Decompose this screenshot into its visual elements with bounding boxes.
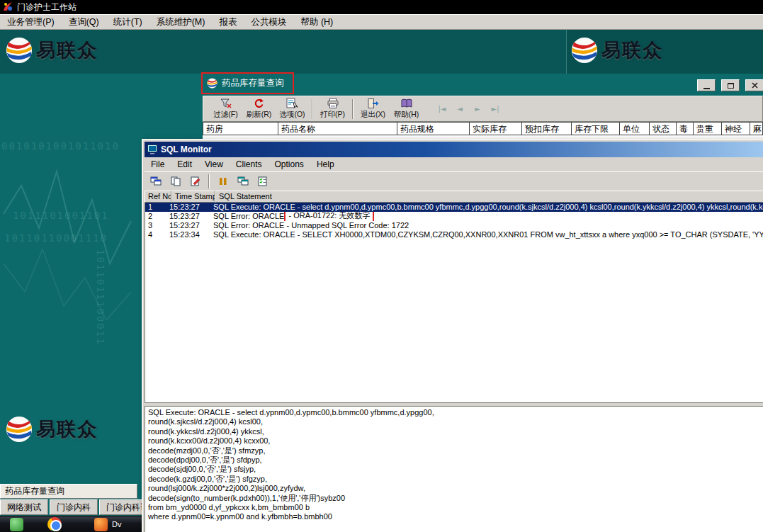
col-reserved-stock[interactable]: 预扣库存	[522, 122, 572, 135]
detail-line: decode(sjdj00,0,'否','是') sfsjyp,	[148, 465, 762, 474]
pause-button[interactable]	[214, 174, 232, 189]
exit-label: 退出(X)	[361, 110, 385, 120]
col-drug-name[interactable]: 药品名称	[278, 122, 397, 135]
minimize-icon	[703, 88, 710, 89]
options-button[interactable]: 选项(O)	[276, 97, 309, 120]
drug-grid-header: 药房 药品名称 药品规格 实际库存 预扣库存 库存下限 单位 状态 毒 贵重 神…	[203, 122, 763, 135]
menu-help[interactable]: Help	[310, 158, 341, 171]
copy-icon	[170, 176, 181, 186]
row-ref: 4	[145, 230, 169, 239]
print-label: 打印(P)	[320, 110, 345, 120]
col-precious[interactable]: 贵重	[694, 122, 722, 135]
row-time: 15:23:34	[169, 230, 213, 239]
col-toxic[interactable]: 毒	[677, 122, 694, 135]
active-window-tab[interactable]: 药品库存量查询	[0, 484, 137, 499]
minimize-button[interactable]	[697, 79, 716, 91]
sql-detail-pane[interactable]: SQL Execute: ORACLE - select d.ypnm00,d.…	[145, 406, 763, 532]
sql-monitor-title-bar[interactable]: SQL Monitor	[145, 142, 763, 157]
filter-button[interactable]: 过滤(F)	[209, 97, 242, 120]
sql-row[interactable]: 4 15:23:34 SQL Execute: ORACLE - SELECT …	[145, 230, 763, 239]
chrome-icon[interactable]	[47, 517, 62, 531]
print-button[interactable]: 打印(P)	[316, 97, 349, 120]
nav-prev-button[interactable]: ◄	[452, 102, 468, 116]
orange-app-icon[interactable]	[94, 518, 108, 531]
attach-client-button[interactable]	[147, 174, 164, 189]
menu-file[interactable]: File	[145, 158, 171, 171]
row-ref: 3	[145, 221, 169, 230]
annotation-box-drug-window-title: 药品库存量查询	[201, 72, 294, 94]
edit-pencil-icon	[190, 176, 201, 186]
options-label: 选项(O)	[279, 110, 305, 120]
col-unit[interactable]: 单位	[620, 122, 650, 135]
tab-internal-medicine[interactable]: 门诊内科	[50, 499, 98, 515]
detail-line: round(k.sjkcsl/d.z2j000,4) kcsl00,	[148, 417, 762, 426]
sql-monitor-menu: File Edit View Clients Options Help	[145, 157, 763, 171]
exit-button[interactable]: 退出(X)	[356, 97, 390, 120]
detail-line: decode(mzdj00,0,'否','是') sfmzyp,	[148, 446, 762, 455]
menu-query[interactable]: 查询(Q)	[62, 14, 106, 30]
menu-report[interactable]: 报表	[212, 14, 244, 30]
detail-line: decode(k.gzdj00,0,'否','是') sfgzyp,	[148, 475, 762, 484]
sql-row-error[interactable]: 2 15:23:27 SQL Error: ORACLE - ORA-01722…	[145, 212, 763, 221]
col-actual-stock[interactable]: 实际库存	[470, 122, 522, 135]
col-time-stamp[interactable]: Time Stamp	[171, 191, 215, 203]
nav-next-button[interactable]: ►	[470, 102, 485, 116]
menu-clients[interactable]: Clients	[230, 158, 269, 171]
col-pharmacy[interactable]: 药房	[203, 122, 278, 135]
toolbar-separator	[352, 99, 354, 119]
col-psychotropic[interactable]: 神经	[722, 122, 750, 135]
menu-maintenance[interactable]: 系统维护(M)	[149, 14, 213, 30]
nav-last-button[interactable]: ►|	[487, 102, 503, 116]
tab-network-test[interactable]: 网络测试	[0, 499, 48, 515]
os-title-bar: 门诊护士工作站	[0, 0, 763, 14]
col-sql-statement[interactable]: SQL Statement	[215, 191, 763, 203]
cascade-windows-button[interactable]	[234, 174, 251, 189]
drug-window-icon	[207, 78, 217, 89]
refresh-label: 刷新(R)	[247, 110, 272, 120]
menu-edit[interactable]: Edit	[171, 158, 198, 171]
checklist-button[interactable]	[254, 174, 271, 189]
maximize-button[interactable]	[721, 79, 740, 91]
row-time: 15:23:27	[169, 221, 213, 230]
col-ref-no[interactable]: Ref No.	[145, 191, 171, 203]
col-narcotic[interactable]: 麻	[750, 122, 763, 135]
sql-row-selected[interactable]: 1 15:23:27 SQL Execute: ORACLE - select …	[145, 203, 763, 212]
menu-help[interactable]: 帮助 (H)	[293, 14, 340, 30]
sql-monitor-title: SQL Monitor	[161, 145, 212, 154]
menu-view[interactable]: View	[198, 158, 230, 171]
menu-statistics[interactable]: 统计(T)	[106, 14, 149, 30]
sql-monitor-window: SQL Monitor File Edit View Clients Optio…	[142, 139, 763, 532]
green-app-icon[interactable]	[10, 518, 23, 531]
brand-sphere-icon	[6, 37, 33, 64]
window-title: 门诊护士工作站	[17, 1, 77, 13]
brand-name: 易联众	[36, 417, 98, 442]
drug-window-title: 药品库存量查询	[222, 77, 284, 89]
menu-business[interactable]: 业务管理(P)	[0, 14, 62, 30]
detail-line: round(k.ykkcsl/d.z2j000,4) ykkcsl,	[148, 427, 762, 436]
refresh-button[interactable]: 刷新(R)	[242, 97, 276, 120]
brand-sphere-icon	[6, 416, 33, 443]
detail-line: round(k.kcxx00/d.z2j000,4) kcxx00,	[148, 436, 762, 446]
menu-public[interactable]: 公共模块	[244, 14, 293, 30]
menu-options[interactable]: Options	[269, 158, 310, 171]
cascade-icon	[237, 176, 249, 186]
col-stock-floor[interactable]: 库存下限	[572, 122, 620, 135]
row-statement: SQL Execute: ORACLE - select d.ypnm00,d.…	[213, 203, 763, 212]
detail-line: round(lsj000/k.z2j000*z2j000,2)lsj000,zy…	[148, 484, 762, 493]
copy-button[interactable]	[166, 174, 184, 189]
edit-button[interactable]	[186, 174, 204, 189]
sql-monitor-toolbar	[145, 171, 763, 191]
taskbar-item-label[interactable]: Dv	[112, 520, 121, 528]
bg-chart-lines	[0, 79, 142, 377]
sql-row[interactable]: 3 15:23:27 SQL Error: ORACLE - Unmapped …	[145, 221, 763, 230]
row-ref: 1	[145, 203, 169, 212]
help-button[interactable]: 帮助(H)	[390, 97, 423, 120]
exit-icon	[367, 98, 380, 109]
row-time: 15:23:27	[169, 212, 213, 221]
close-button[interactable]	[745, 79, 763, 91]
col-status[interactable]: 状态	[650, 122, 677, 135]
toolbar-separator	[312, 99, 313, 119]
nav-first-button[interactable]: |◄	[434, 102, 450, 116]
sql-statement-list[interactable]: 1 15:23:27 SQL Execute: ORACLE - select …	[145, 203, 763, 403]
col-spec[interactable]: 药品规格	[397, 122, 470, 135]
